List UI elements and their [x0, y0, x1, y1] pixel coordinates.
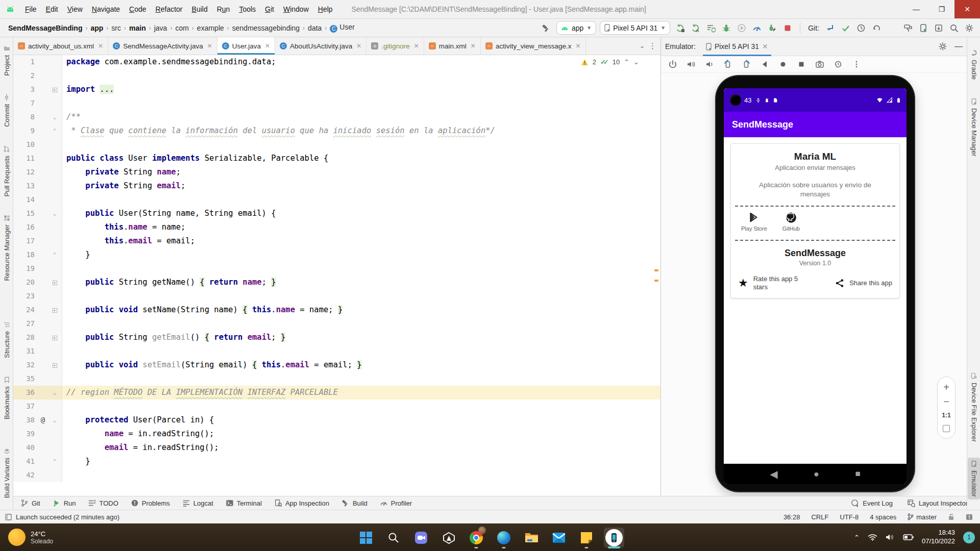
tool-run[interactable]: Run [53, 499, 76, 507]
tool-app-inspection[interactable]: App Inspection [274, 499, 329, 507]
share-app-action[interactable]: Share this app [835, 279, 892, 288]
tool-profiler[interactable]: Profiler [380, 499, 412, 507]
zoom-reset-button[interactable]: 1:1 [942, 412, 950, 419]
git-branch-widget[interactable]: master [908, 513, 937, 521]
code-line[interactable]: 19 [13, 262, 660, 276]
tab-user-java[interactable]: CUser.java✕ [217, 37, 275, 55]
emulator-settings-gear-icon[interactable] [936, 40, 949, 53]
tool-layout-inspector[interactable]: Layout Inspector [907, 499, 968, 508]
code-line[interactable]: 27 [13, 317, 660, 331]
menu-refactor[interactable]: Refactor [151, 5, 187, 13]
taskbar-emulator-app-icon[interactable] [604, 528, 624, 548]
next-problem-icon[interactable]: ⌄ [633, 58, 639, 66]
menu-help[interactable]: Help [313, 5, 337, 13]
fold-marker[interactable]: ⌄ [49, 413, 60, 427]
caret-position[interactable]: 36:28 [783, 513, 800, 521]
code-line[interactable]: 36⌄// region MÉTODO DE LA IMPLEMENTACIÓN… [13, 386, 660, 399]
device-manager-icon[interactable] [917, 21, 930, 35]
debug-icon[interactable] [720, 21, 733, 35]
menu-file[interactable]: File [20, 5, 41, 13]
menu-edit[interactable]: Edit [41, 5, 63, 13]
close-icon[interactable]: ✕ [356, 42, 361, 49]
tool-terminal[interactable]: Terminal [226, 499, 262, 507]
strip-item-commit[interactable]: Commit [1, 91, 13, 130]
breadcrumb-item[interactable]: SendMessageBinding [7, 24, 83, 32]
strip-item-emulator[interactable]: Emulator [968, 458, 980, 499]
taskbar-chrome-icon[interactable] [466, 528, 486, 548]
camera-icon[interactable] [813, 58, 826, 71]
code-line[interactable]: 11public class User implements Serializa… [13, 152, 660, 165]
hidden-tabs-chevron-icon[interactable]: ⌄ [640, 42, 645, 49]
breadcrumb-item[interactable]: CUser [329, 23, 356, 33]
volume-down-icon[interactable] [703, 58, 716, 71]
taskbar-start-icon[interactable] [356, 528, 376, 548]
code-line[interactable]: 24+ public void setName(String name) { t… [13, 303, 660, 317]
commit-check-icon[interactable] [839, 21, 852, 35]
code-line[interactable]: 8⌄/** [13, 110, 660, 124]
tab-activity-view-message-x[interactable]: ‹›activity_view_message.x✕ [481, 37, 586, 55]
search-icon[interactable] [947, 21, 961, 35]
code-line[interactable]: 42 [13, 468, 660, 482]
strip-item-device-manager[interactable]: Device Manager [968, 95, 980, 159]
menu-view[interactable]: View [63, 5, 87, 13]
profiler-disabled-icon[interactable] [735, 21, 748, 35]
tool-event-log[interactable]: Event Log [851, 499, 893, 508]
menu-build[interactable]: Build [187, 5, 212, 13]
taskbar-clock[interactable]: 18:43 07/10/2022 [922, 529, 955, 546]
close-button[interactable]: ✕ [954, 0, 980, 18]
strip-item-project[interactable]: Project [1, 42, 13, 78]
volume-up-icon[interactable] [684, 58, 698, 71]
code-line[interactable]: 20+ public String getName() { return nam… [13, 276, 660, 289]
breadcrumb-item[interactable]: src [110, 24, 122, 32]
breadcrumb-item[interactable]: app [89, 24, 104, 32]
breadcrumb-item[interactable]: example [196, 24, 225, 32]
unlock-icon[interactable] [948, 513, 954, 520]
layout-validation-icon[interactable] [901, 21, 915, 35]
stop-icon[interactable] [781, 21, 794, 35]
zoom-in-button[interactable]: + [943, 383, 949, 391]
strip-item-pull-requests[interactable]: Pull Requests [1, 143, 13, 199]
code-line[interactable]: 18⌃ } [13, 248, 660, 262]
fold-marker[interactable]: + [49, 83, 60, 96]
toolwindow-icon[interactable] [5, 514, 12, 520]
volume-icon[interactable] [886, 534, 895, 541]
breadcrumb-item[interactable]: data [307, 24, 323, 32]
history-icon[interactable] [854, 21, 868, 35]
tool-problems[interactable]: Problems [131, 499, 170, 507]
tray-chevron-up-icon[interactable]: ⌃ [854, 534, 860, 541]
hide-panel-icon[interactable]: — [954, 42, 963, 51]
close-icon[interactable]: ✕ [207, 42, 212, 49]
fold-marker[interactable]: ⌃ [49, 248, 60, 262]
code-line[interactable]: 41⌃ } [13, 455, 660, 468]
taskbar-mail-icon[interactable] [549, 528, 569, 548]
tab--gitignore[interactable]: ⊘.gitignore✕ [366, 37, 424, 55]
code-line[interactable]: 7 [13, 96, 660, 110]
sync-list-icon[interactable] [704, 21, 718, 35]
strip-item-gradle[interactable]: Gradle [968, 46, 980, 82]
fold-marker[interactable]: ⌃ [49, 124, 60, 138]
fit-screen-button[interactable] [943, 425, 950, 432]
rate-app-action[interactable]: ★ Rate this app 5 stars [738, 275, 835, 292]
fold-marker[interactable]: + [49, 276, 60, 289]
tool-todo[interactable]: TODO [88, 499, 118, 507]
tool-logcat[interactable]: Logcat [182, 499, 213, 507]
indent-setting[interactable]: 4 spaces [870, 513, 896, 521]
tab-activity-about-us-xml[interactable]: ‹›activity_about_us.xml✕ [13, 37, 108, 55]
editor-scrollbar[interactable] [654, 55, 659, 496]
menu-window[interactable]: Window [279, 5, 313, 13]
rollback-icon[interactable] [870, 21, 883, 35]
fold-marker[interactable]: ⌃ [49, 455, 60, 468]
strip-item-device-file-explorer[interactable]: Device File Explorer [968, 370, 980, 444]
maximize-button[interactable]: ❐ [929, 0, 954, 18]
taskbar-edge-icon[interactable] [494, 528, 514, 548]
code-line[interactable]: 35 [13, 372, 660, 386]
run-config-select[interactable]: app ▼ [556, 21, 596, 35]
menu-code[interactable]: Code [125, 5, 151, 13]
code-line[interactable]: 23 [13, 289, 660, 303]
menu-navigate[interactable]: Navigate [87, 5, 125, 13]
close-icon[interactable]: ✕ [265, 42, 270, 49]
taskbar-notes-icon[interactable] [576, 528, 597, 548]
tool-build[interactable]: Build [341, 499, 368, 507]
battery-icon[interactable] [903, 534, 914, 540]
link-github[interactable]: GitHub [782, 212, 800, 232]
